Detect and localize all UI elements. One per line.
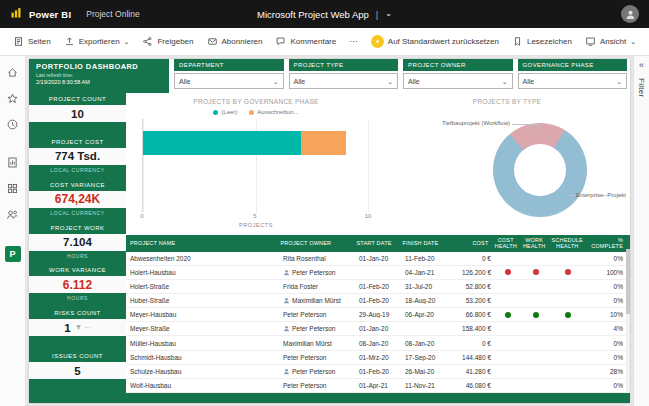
table-row[interactable]: Huber-Straße Maximilian Mürst 01-Feb-20 … [126, 294, 626, 308]
slicer-dropdown[interactable]: Alle ⌄ [518, 73, 628, 89]
column-header[interactable]: SCHEDULE HEALTH [548, 235, 586, 252]
kpi-sublabel: LOCAL CURRENCY [29, 165, 126, 179]
scrollbar-thumb[interactable] [626, 249, 630, 314]
table-row[interactable]: Meyer-Hausbau Peter Peterson 29-Aug-19 0… [126, 308, 626, 322]
toolbar-left: Seiten Exportieren ⌄ Freigeben Abonniere… [8, 33, 362, 50]
chart-title: PROJECTS BY TYPE [384, 97, 630, 107]
table-row[interactable]: Schulze-Hausbau Peter Peterson 01-Feb-20… [126, 365, 626, 379]
reset-default-button[interactable]: Auf Standardwert zurücksetzen [366, 32, 504, 51]
legend-dot [249, 110, 254, 115]
cell-start-date: 01-Feb-20 [356, 297, 402, 304]
bookmark-button[interactable]: Lesezeichen [507, 33, 577, 50]
favorites-button[interactable] [5, 90, 21, 106]
dashboard-footer-bar [29, 393, 630, 403]
table-row[interactable]: Wolf-Hausbau Peter Peterson 01-Apr-21 11… [126, 379, 626, 393]
column-header[interactable]: FINISH DATE [399, 235, 445, 252]
table-row[interactable]: Holert-Hausbau Peter Peterson 04-Jan-21 … [126, 266, 626, 280]
filter-funnel-icon[interactable] [75, 324, 82, 331]
more-icon: ⋯ [349, 37, 357, 46]
kpi-sublabel [29, 122, 126, 136]
column-header[interactable]: START DATE [353, 235, 399, 252]
home-button[interactable] [5, 64, 21, 80]
owner-name: Maximilian Mürst [283, 340, 332, 347]
table-row[interactable]: Meyer-Straße Peter Peterson 01-Jan-20 15… [126, 322, 626, 336]
bar-segment[interactable] [143, 131, 301, 155]
subscribe-button[interactable]: Abonnieren [202, 33, 268, 50]
table-scrollbar[interactable] [626, 249, 630, 393]
column-header[interactable]: WORK HEALTH [520, 235, 549, 252]
topbar-right [621, 5, 649, 23]
power-bi-window: Power BI Project Online Microsoft Projec… [0, 0, 649, 406]
avatar[interactable] [621, 5, 639, 23]
column-header[interactable]: % COMPLETE [586, 235, 626, 252]
export-button[interactable]: Exportieren ⌄ [59, 33, 135, 50]
cell-project-owner: Peter Peterson [280, 311, 356, 318]
projects-table: PROJECT NAME PROJECT OWNER START DATE FI… [126, 235, 630, 393]
table-row[interactable]: Schmidt-Hausbau Peter Peterson 01-Mrz-20… [126, 351, 626, 365]
column-header[interactable]: PROJECT NAME [126, 235, 277, 252]
kpi-label: PROJECT COST [29, 136, 126, 148]
dashboard-title: PORTFOLIO DASHBOARD [36, 62, 162, 71]
owner-name: Frida Foster [283, 283, 318, 290]
comments-button[interactable]: Kommentare [270, 33, 341, 50]
column-header[interactable]: COST HEALTH [491, 235, 519, 252]
subscribe-icon [207, 36, 218, 47]
expand-filter-pane-button[interactable]: « [639, 61, 644, 70]
project-app-tile[interactable]: P [5, 246, 21, 262]
pie-slice-label: Enterprise--Projekt [576, 192, 626, 198]
more-options-button[interactable]: ⋯ [344, 34, 362, 49]
reports-button[interactable] [5, 154, 21, 170]
report-icon [6, 156, 19, 169]
legend-item[interactable]: Ausschreibun... [249, 109, 298, 115]
slicer-dropdown[interactable]: Alle ⌄ [289, 73, 399, 89]
table-row[interactable]: Abwesenheiten 2020 Rita Rosenthal 01-Jan… [126, 252, 626, 266]
cell-project-name: Schmidt-Hausbau [126, 354, 280, 361]
view-button[interactable]: Ansicht ⌄ [580, 33, 641, 50]
table-row[interactable]: Holert-Straße Frida Foster 01-Feb-20 31-… [126, 280, 626, 294]
health-indicator [533, 312, 539, 318]
filter-pane-label[interactable]: Filter [637, 78, 646, 98]
topbar: Power BI Project Online Microsoft Projec… [0, 0, 649, 28]
cell-project-owner: Peter Peterson [280, 354, 356, 361]
cell-project-name: Holert-Hausbau [126, 269, 280, 276]
legend-item[interactable]: (Leer) [213, 109, 237, 115]
kpi-label: WORK VARIANCE [29, 264, 126, 276]
owner-name: Peter Peterson [283, 354, 326, 361]
apps-button[interactable] [5, 180, 21, 196]
shared-with-me-button[interactable] [5, 206, 21, 222]
dashboard-main: PROJECT COUNT 10 PROJECT COST 774 Tsd. L… [29, 93, 630, 393]
view-icon [585, 36, 596, 47]
kpi-value: 10 [29, 105, 126, 122]
workspace-name[interactable]: Project Online [86, 9, 139, 19]
cell-cost-health [494, 269, 522, 275]
kpi-value: 674,24K [29, 191, 126, 208]
report-canvas: PORTFOLIO DASHBOARD Last refresh time: 2… [26, 56, 633, 406]
visual-header-icons[interactable]: ⋯ [75, 324, 91, 332]
cell-cost: 41.280 € [448, 368, 494, 375]
slicer-value: Alle [523, 78, 535, 85]
more-icon: ⋯ [84, 324, 91, 332]
owner-person-icon [283, 368, 290, 375]
toolbar-button-label: Kommentare [290, 37, 336, 46]
bookmark-icon [512, 36, 523, 47]
app-title-menu[interactable]: Microsoft Project Web App | ⌄ [257, 0, 392, 28]
bar-legend: (Leer) Ausschreibun... [134, 107, 378, 117]
cell-cost: 52.800 € [448, 283, 494, 290]
slicer-dropdown[interactable]: Alle ⌄ [174, 73, 284, 89]
health-indicator [565, 312, 571, 318]
column-header[interactable]: PROJECT OWNER [277, 235, 353, 252]
recent-button[interactable] [5, 116, 21, 132]
cell-cost: 158.400 € [448, 325, 494, 332]
table-row[interactable]: Müller-Hausbau Maximilian Mürst 08-Jan-2… [126, 336, 626, 350]
cell-schedule-health [550, 312, 586, 318]
column-header[interactable]: COST [445, 235, 491, 252]
topbar-left: Power BI Project Online [0, 5, 140, 23]
callout-line [569, 195, 575, 196]
slicer-dropdown[interactable]: Alle ⌄ [403, 73, 513, 89]
pages-button[interactable]: Seiten [8, 33, 56, 50]
cell-finish-date: 04-Jan-21 [402, 269, 448, 276]
share-button[interactable]: Freigeben [137, 33, 198, 50]
bar-segment[interactable] [301, 131, 346, 155]
toolbar-button-label: Freigeben [157, 37, 193, 46]
kpi-sublabel [29, 336, 126, 350]
